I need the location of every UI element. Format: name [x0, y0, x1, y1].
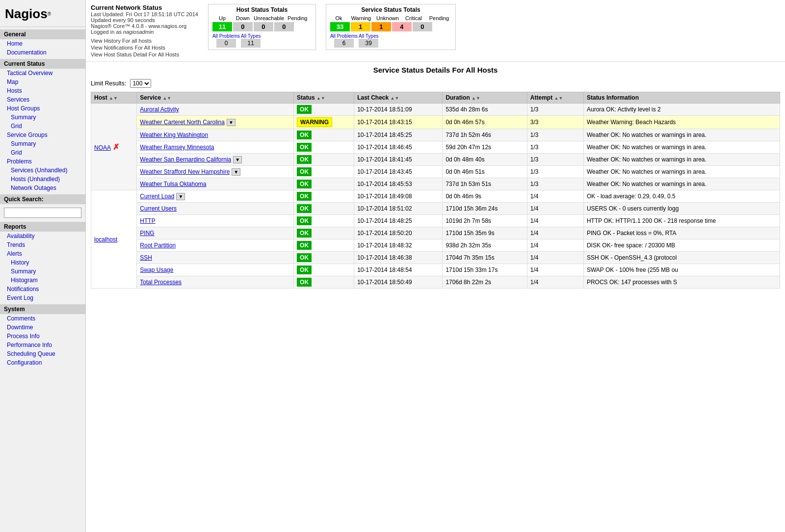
host-sort-arrows[interactable]: ▲▼ — [109, 96, 118, 101]
svc-pending-count[interactable]: 0 — [413, 22, 432, 31]
service-link[interactable]: Weather San Bernardino California — [140, 156, 231, 163]
sidebar-item-hosts-unhandled[interactable]: Hosts (Unhandled) — [0, 175, 85, 184]
service-link[interactable]: Weather Ramsey Minnesota — [140, 144, 214, 151]
sidebar-item-tactical-overview[interactable]: Tactical Overview — [0, 69, 85, 78]
host-all-problems-link[interactable]: All Problems — [212, 33, 240, 39]
sidebar-item-downtime[interactable]: Downtime — [0, 323, 85, 332]
view-history-link[interactable]: View History For all hosts — [91, 38, 198, 44]
sidebar-item-alerts-history[interactable]: History — [0, 258, 85, 267]
service-link[interactable]: SSH — [140, 254, 152, 261]
status-badge[interactable]: OK — [297, 278, 312, 287]
service-link[interactable]: HTTP — [140, 217, 155, 224]
status-cell: OK — [294, 129, 354, 141]
svc-all-problems-link[interactable]: All Problems — [330, 33, 358, 39]
svc-unknown-count[interactable]: 1 — [371, 22, 391, 31]
sidebar-item-host-groups[interactable]: Host Groups — [0, 104, 85, 113]
service-link[interactable]: Total Processes — [140, 279, 182, 286]
host-all-types-value[interactable]: 11 — [241, 39, 261, 48]
sidebar-item-host-groups-summary[interactable]: Summary — [0, 113, 85, 122]
sidebar-item-service-groups-grid[interactable]: Grid — [0, 148, 85, 157]
sidebar-item-comments[interactable]: Comments — [0, 314, 85, 323]
status-badge[interactable]: OK — [297, 229, 312, 238]
sidebar-item-event-log[interactable]: Event Log — [0, 293, 85, 302]
status-badge[interactable]: OK — [297, 180, 312, 188]
status-badge[interactable]: OK — [297, 143, 312, 152]
host-link[interactable]: localhost — [94, 236, 117, 243]
sidebar-item-problems[interactable]: Problems — [0, 157, 85, 166]
service-sort-arrows[interactable]: ▲▼ — [162, 96, 171, 101]
sidebar-item-notifications[interactable]: Notifications — [0, 285, 85, 293]
service-link[interactable]: Weather Carteret North Carolina — [140, 119, 225, 126]
service-cell: PING — [137, 227, 294, 239]
quick-search-input[interactable] — [4, 208, 81, 218]
sidebar-item-service-groups[interactable]: Service Groups — [0, 131, 85, 139]
view-notifications-link[interactable]: View Notifications For All Hosts — [91, 45, 198, 51]
sidebar-item-alerts[interactable]: Alerts — [0, 249, 85, 258]
service-dropdown-button[interactable]: ▼ — [233, 156, 242, 163]
duration-cell: 1704d 7h 35m 15s — [443, 252, 527, 264]
sidebar-item-service-groups-summary[interactable]: Summary — [0, 139, 85, 148]
table-row: Root PartitionOK10-17-2014 18:48:32938d … — [91, 239, 780, 252]
svc-all-types-value[interactable]: 39 — [359, 39, 378, 48]
svc-critical-count[interactable]: 4 — [392, 22, 412, 31]
sidebar-item-documentation[interactable]: Documentation — [0, 48, 85, 57]
service-link[interactable]: Root Partition — [140, 242, 176, 249]
sidebar-item-services-unhandled[interactable]: Services (Unhandled) — [0, 166, 85, 175]
sidebar-item-trends[interactable]: Trends — [0, 240, 85, 249]
host-all-types-link[interactable]: All Types — [241, 33, 261, 39]
sidebar-item-performance-info[interactable]: Performance Info — [0, 341, 85, 349]
service-link[interactable]: Weather Strafford New Hampshire — [140, 168, 230, 175]
table-row: Total ProcessesOK10-17-2014 18:50:491706… — [91, 276, 780, 289]
status-badge[interactable]: OK — [297, 204, 312, 213]
status-badge[interactable]: OK — [297, 155, 312, 164]
sidebar-item-scheduling-queue[interactable]: Scheduling Queue — [0, 349, 85, 358]
status-badge[interactable]: OK — [297, 192, 312, 201]
svc-ok-count[interactable]: 33 — [330, 22, 350, 31]
sidebar-item-availability[interactable]: Availability — [0, 232, 85, 240]
host-all-problems-value[interactable]: 0 — [216, 39, 236, 48]
status-badge[interactable]: OK — [297, 266, 312, 274]
service-link[interactable]: Swap Usage — [140, 266, 173, 273]
host-link[interactable]: NOAA — [94, 144, 111, 151]
svc-all-types-link[interactable]: All Types — [359, 33, 378, 39]
sidebar-item-configuration[interactable]: Configuration — [0, 358, 85, 367]
sidebar-item-network-outages[interactable]: Network Outages — [0, 184, 85, 192]
sidebar-item-host-groups-grid[interactable]: Grid — [0, 122, 85, 131]
host-unreachable-count[interactable]: 0 — [254, 22, 273, 31]
sidebar-item-alerts-histogram[interactable]: Histogram — [0, 276, 85, 285]
service-dropdown-button[interactable]: ▼ — [176, 193, 185, 200]
service-link[interactable]: Auroral Activity — [140, 106, 179, 113]
attempt-sort-arrows[interactable]: ▲▼ — [554, 96, 563, 101]
service-link[interactable]: Weather King Washington — [140, 132, 208, 138]
service-link[interactable]: Current Load — [140, 193, 174, 200]
last-check-sort-arrows[interactable]: ▲▼ — [391, 96, 399, 101]
status-badge[interactable]: OK — [297, 167, 312, 176]
service-link[interactable]: PING — [140, 230, 154, 237]
network-status-title: Current Network Status — [91, 4, 198, 11]
view-host-status-link[interactable]: View Host Status Detail For All Hosts — [91, 52, 198, 57]
status-badge[interactable]: OK — [297, 253, 312, 262]
status-badge[interactable]: OK — [297, 216, 312, 225]
status-badge[interactable]: WARNING — [297, 117, 332, 127]
duration-sort-arrows[interactable]: ▲▼ — [471, 96, 480, 101]
sidebar-item-map[interactable]: Map — [0, 78, 85, 86]
svc-warning-count[interactable]: 1 — [351, 22, 370, 31]
status-badge[interactable]: OK — [297, 105, 312, 114]
sidebar-item-alerts-summary[interactable]: Summary — [0, 267, 85, 276]
status-badge[interactable]: OK — [297, 131, 312, 139]
host-down-count[interactable]: 0 — [233, 22, 253, 31]
host-pending-count[interactable]: 0 — [274, 22, 294, 31]
sidebar-item-hosts[interactable]: Hosts — [0, 86, 85, 95]
status-sort-arrows[interactable]: ▲▼ — [316, 96, 325, 101]
service-link[interactable]: Current Users — [140, 205, 177, 212]
service-dropdown-button[interactable]: ▼ — [232, 168, 240, 176]
host-up-count[interactable]: 11 — [212, 22, 232, 31]
sidebar-item-home[interactable]: Home — [0, 39, 85, 48]
sidebar-item-services[interactable]: Services — [0, 95, 85, 104]
limit-select[interactable]: 100 25 50 200 — [130, 79, 151, 88]
service-dropdown-button[interactable]: ▼ — [227, 119, 236, 126]
svc-all-problems-value[interactable]: 6 — [334, 39, 354, 48]
service-link[interactable]: Weather Tulsa Oklahoma — [140, 181, 206, 187]
sidebar-item-process-info[interactable]: Process Info — [0, 332, 85, 341]
status-badge[interactable]: OK — [297, 241, 312, 250]
